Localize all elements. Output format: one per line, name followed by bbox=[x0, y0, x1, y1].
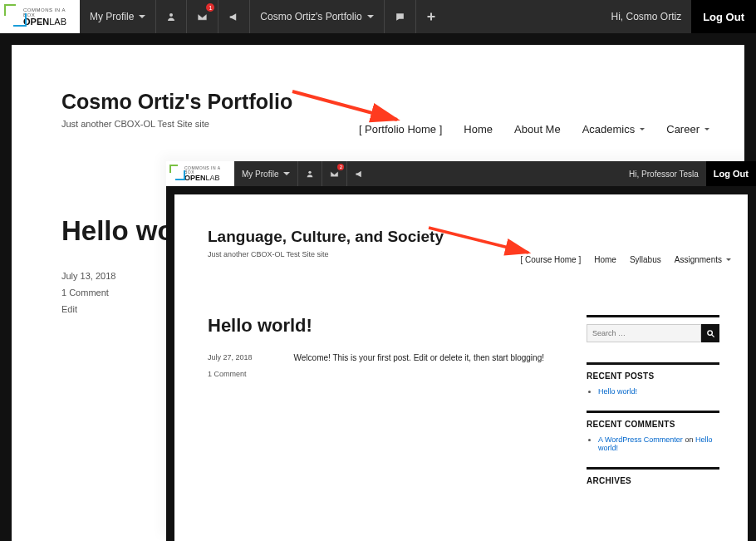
chevron-down-icon bbox=[367, 15, 374, 18]
on-text: on bbox=[683, 435, 695, 444]
divider bbox=[587, 467, 719, 470]
user-icon-button[interactable] bbox=[156, 0, 186, 33]
envelope-icon bbox=[197, 12, 208, 22]
inner-content: Language, Culture, and Society Just anot… bbox=[174, 194, 748, 541]
nav-about-me[interactable]: About Me bbox=[514, 123, 561, 135]
my-profile-label: My Profile bbox=[242, 170, 278, 179]
post-title[interactable]: Hello world! bbox=[208, 315, 562, 337]
search-input[interactable] bbox=[587, 324, 701, 342]
site-menu-label: Cosmo Ortiz's Portfolio bbox=[260, 11, 361, 22]
chevron-down-icon bbox=[640, 128, 645, 130]
my-profile-label: My Profile bbox=[90, 11, 134, 22]
divider bbox=[587, 362, 719, 365]
my-profile-menu[interactable]: My Profile bbox=[80, 0, 155, 33]
logo-line2b: LAB bbox=[49, 17, 66, 27]
logout-button[interactable]: Log Out bbox=[706, 161, 756, 186]
primary-nav-inner: [ Course Home ] Home Syllabus Assignment… bbox=[520, 255, 731, 264]
svg-point-2 bbox=[309, 171, 312, 174]
recent-post-link[interactable]: Hello world! bbox=[598, 387, 637, 396]
site-title[interactable]: Cosmo Ortiz's Portfolio bbox=[61, 90, 695, 114]
notifications-button[interactable]: 1 bbox=[187, 0, 218, 33]
site-menu[interactable]: Cosmo Ortiz's Portfolio bbox=[250, 0, 383, 33]
sidebar: RECENT POSTS Hello world! RECENT COMMENT… bbox=[587, 315, 719, 492]
comment-icon bbox=[395, 12, 405, 22]
comments-button[interactable] bbox=[385, 0, 415, 33]
nav-assignments[interactable]: Assignments bbox=[675, 255, 731, 264]
list-item: Hello world! bbox=[598, 387, 719, 396]
inner-page: Language, Culture, and Society Just anot… bbox=[166, 186, 756, 541]
chevron-down-icon bbox=[283, 172, 290, 175]
nav-career[interactable]: Career bbox=[666, 123, 709, 135]
divider bbox=[587, 411, 719, 413]
nav-portfolio-home[interactable]: [ Portfolio Home ] bbox=[359, 123, 442, 135]
my-profile-menu[interactable]: My Profile bbox=[234, 161, 297, 186]
plus-icon bbox=[426, 12, 436, 22]
logo-text: COMMONS IN A BOX OPENLAB bbox=[23, 7, 75, 27]
chevron-down-icon bbox=[726, 258, 731, 261]
add-new-button[interactable] bbox=[416, 0, 446, 33]
nav-home[interactable]: Home bbox=[464, 123, 493, 135]
logo-text: COMMONS IN A BOX OPENLAB bbox=[184, 166, 229, 182]
comment-author-link[interactable]: A WordPress Commenter bbox=[598, 435, 683, 444]
nav-syllabus[interactable]: Syllabus bbox=[630, 255, 661, 264]
logo-mark-icon bbox=[169, 165, 178, 173]
search-form bbox=[587, 324, 719, 342]
nav-home[interactable]: Home bbox=[594, 255, 616, 264]
greeting[interactable]: Hi, Cosmo Ortiz bbox=[601, 0, 691, 33]
announcements-button[interactable] bbox=[218, 0, 249, 33]
inner-site-overlay: COMMONS IN A BOX OPENLAB My Profile 2 Hi… bbox=[166, 161, 756, 541]
megaphone-icon bbox=[228, 12, 239, 22]
logo-line2a: OPEN bbox=[184, 174, 206, 182]
user-icon bbox=[166, 12, 176, 22]
envelope-icon bbox=[330, 170, 339, 179]
post: Hello world! July 27, 2018 1 Comment Wel… bbox=[208, 315, 562, 492]
recent-posts-heading: RECENT POSTS bbox=[587, 371, 719, 381]
post-meta-col: July 27, 2018 1 Comment bbox=[208, 353, 253, 378]
primary-nav-outer: [ Portfolio Home ] Home About Me Academi… bbox=[359, 123, 709, 135]
announcements-button[interactable] bbox=[347, 161, 371, 186]
recent-comments-heading: RECENT COMMENTS bbox=[587, 420, 719, 429]
greeting[interactable]: Hi, Professor Tesla bbox=[621, 161, 706, 186]
search-icon bbox=[706, 329, 715, 338]
logout-button[interactable]: Log Out bbox=[691, 0, 756, 33]
admin-bar-inner: COMMONS IN A BOX OPENLAB My Profile 2 Hi… bbox=[166, 161, 756, 186]
logo-mark-icon bbox=[4, 4, 16, 16]
megaphone-icon bbox=[355, 170, 364, 179]
user-icon-button[interactable] bbox=[298, 161, 322, 186]
archives-heading: ARCHIVES bbox=[587, 476, 719, 485]
notification-badge: 2 bbox=[337, 164, 344, 170]
user-icon bbox=[306, 170, 314, 178]
notifications-button[interactable]: 2 bbox=[322, 161, 346, 186]
recent-comments-list: A WordPress Commenter on Hello world! bbox=[587, 435, 719, 452]
search-button[interactable] bbox=[701, 324, 719, 342]
list-item: A WordPress Commenter on Hello world! bbox=[598, 435, 719, 452]
recent-posts-list: Hello world! bbox=[587, 387, 719, 396]
logo-line2b: LAB bbox=[206, 174, 220, 182]
post-comments-link[interactable]: 1 Comment bbox=[208, 370, 253, 378]
post-date: July 27, 2018 bbox=[208, 353, 253, 361]
admin-bar-outer: COMMONS IN A BOX OPENLAB My Profile 1 Co… bbox=[0, 0, 756, 33]
logo-line2a: OPEN bbox=[23, 17, 49, 27]
greeting-text: Hi, Cosmo Ortiz bbox=[611, 11, 681, 22]
svg-point-0 bbox=[169, 13, 173, 17]
logout-label: Log Out bbox=[714, 169, 749, 179]
svg-point-4 bbox=[707, 330, 712, 335]
svg-line-5 bbox=[711, 334, 714, 337]
chevron-down-icon bbox=[139, 15, 145, 18]
nav-academics[interactable]: Academics bbox=[582, 123, 646, 135]
notification-badge: 1 bbox=[206, 3, 214, 12]
post-excerpt: Welcome! This is your first post. Edit o… bbox=[294, 353, 544, 378]
logo[interactable]: COMMONS IN A BOX OPENLAB bbox=[0, 0, 80, 33]
divider bbox=[587, 315, 719, 317]
logout-label: Log Out bbox=[703, 11, 744, 23]
chevron-down-icon bbox=[704, 128, 709, 130]
nav-course-home[interactable]: [ Course Home ] bbox=[520, 255, 581, 264]
logo[interactable]: COMMONS IN A BOX OPENLAB bbox=[166, 161, 234, 186]
greeting-text: Hi, Professor Tesla bbox=[629, 170, 699, 179]
site-title[interactable]: Language, Culture, and Society bbox=[208, 228, 719, 246]
